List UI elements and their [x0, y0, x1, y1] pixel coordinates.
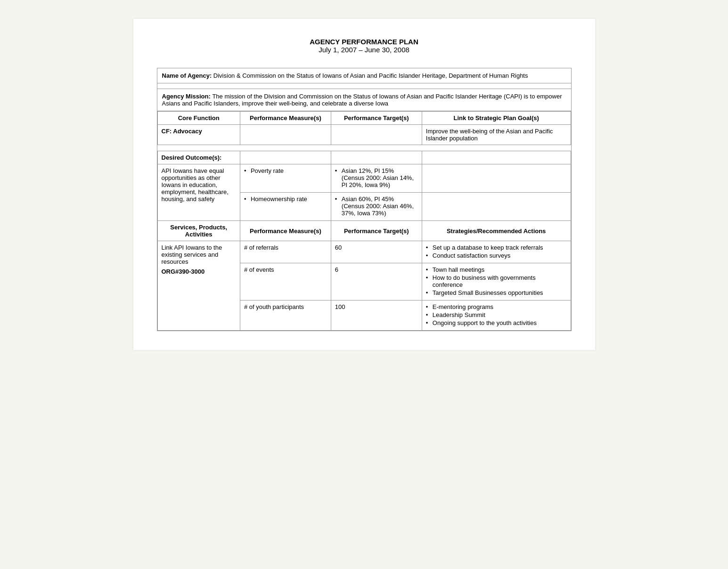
- page-title: AGENCY PERFORMANCE PLAN July 1, 2007 – J…: [157, 38, 572, 54]
- homeownership-target: Asian 60%, PI 45% (Census 2000: Asian 46…: [331, 193, 422, 221]
- main-content-box: Name of Agency: Division & Commission on…: [157, 68, 572, 331]
- poverty-rate-item: Poverty rate: [244, 167, 327, 174]
- link-api-referrals-row: Link API Iowans to the existing services…: [157, 241, 571, 263]
- main-title: AGENCY PERFORMANCE PLAN: [157, 38, 572, 46]
- section2-header-row: Services, Products, Activities Performan…: [157, 221, 571, 241]
- page-container: AGENCY PERFORMANCE PLAN July 1, 2007 – J…: [133, 19, 595, 350]
- referrals-strategies: Set up a database to keep track referral…: [422, 241, 571, 263]
- agency-name-value: Division & Commission on the Status of I…: [213, 72, 528, 79]
- link-api-service: Link API Iowans to the existing services…: [157, 241, 240, 331]
- referrals-measure: # of referrals: [240, 241, 331, 263]
- cf-advocacy-strategic: Improve the well-being of the Asian and …: [422, 125, 571, 145]
- col-header-strategic: Link to Strategic Plan Goal(s): [422, 112, 571, 125]
- performance-table: Core Function Performance Measure(s) Per…: [157, 111, 571, 331]
- poverty-rate-target: Asian 12%, PI 15% (Census 2000: Asian 14…: [331, 164, 422, 193]
- desired-outcomes-measure: [240, 151, 331, 164]
- spacer: [157, 83, 571, 89]
- poverty-rate-target-item: Asian 12%, PI 15% (Census 2000: Asian 14…: [335, 167, 418, 188]
- youth-strategies: E-mentoring programs Leadership Summit O…: [422, 301, 571, 331]
- youth-strategy-2: Leadership Summit: [426, 311, 567, 318]
- events-strategy-1: Town hall meetings: [426, 266, 567, 273]
- date-range: July 1, 2007 – June 30, 2008: [157, 46, 572, 54]
- youth-strategy-1: E-mentoring programs: [426, 303, 567, 310]
- col-header-perf-measure: Performance Measure(s): [240, 112, 331, 125]
- spacer-row-1: [157, 145, 571, 151]
- api-iowans-row: API Iowans have equal opportunities as o…: [157, 164, 571, 193]
- youth-measure: # of youth participants: [240, 301, 331, 331]
- homeownership-item: Homeownership rate: [244, 195, 327, 203]
- agency-mission-label: Agency Mission:: [162, 93, 213, 100]
- homeownership-measure: Homeownership rate: [240, 193, 331, 221]
- col-header-core: Core Function: [157, 112, 240, 125]
- desired-outcomes-strategic: [422, 151, 571, 164]
- events-measure: # of events: [240, 263, 331, 301]
- col2-header-target: Performance Target(s): [331, 221, 422, 241]
- col2-header-services: Services, Products, Activities: [157, 221, 240, 241]
- cf-advocacy-target: [331, 125, 422, 145]
- col2-header-strategies: Strategies/Recommended Actions: [422, 221, 571, 241]
- referrals-target: 60: [331, 241, 422, 263]
- cf-advocacy-label: CF: Advocacy: [157, 125, 240, 145]
- referrals-strategy-1: Set up a database to keep track referral…: [426, 244, 567, 251]
- col-header-perf-target: Performance Target(s): [331, 112, 422, 125]
- youth-target: 100: [331, 301, 422, 331]
- events-strategies: Town hall meetings How to do business wi…: [422, 263, 571, 301]
- desired-outcomes-label: Desired Outcome(s):: [157, 151, 240, 164]
- agency-mission-row: Agency Mission: The mission of the Divis…: [157, 89, 571, 111]
- org-number: ORG#390-3000: [162, 268, 236, 275]
- events-strategy-3: Targeted Small Businesses opportunities: [426, 289, 567, 296]
- cf-advocacy-row: CF: Advocacy Improve the well-being of t…: [157, 125, 571, 145]
- desired-outcomes-target: [331, 151, 422, 164]
- agency-mission-value: The mission of the Division and Commissi…: [162, 93, 562, 107]
- agency-name-row: Name of Agency: Division & Commission on…: [157, 68, 571, 83]
- events-strategy-2: How to do business with governments conf…: [426, 274, 567, 288]
- poverty-rate-strategic: [422, 164, 571, 193]
- agency-name-label: Name of Agency:: [162, 72, 213, 79]
- homeownership-target-item: Asian 60%, PI 45% (Census 2000: Asian 46…: [335, 195, 418, 217]
- referrals-strategy-2: Conduct satisfaction surveys: [426, 252, 567, 259]
- desired-outcomes-row: Desired Outcome(s):: [157, 151, 571, 164]
- col2-header-measure: Performance Measure(s): [240, 221, 331, 241]
- spacer-cell: [157, 145, 571, 151]
- cf-advocacy-measure: [240, 125, 331, 145]
- table-header-row: Core Function Performance Measure(s) Per…: [157, 112, 571, 125]
- api-iowans-description: API Iowans have equal opportunities as o…: [157, 164, 240, 221]
- youth-strategy-3: Ongoing support to the youth activities: [426, 319, 567, 326]
- poverty-rate-measure: Poverty rate: [240, 164, 331, 193]
- homeownership-strategic: [422, 193, 571, 221]
- events-target: 6: [331, 263, 422, 301]
